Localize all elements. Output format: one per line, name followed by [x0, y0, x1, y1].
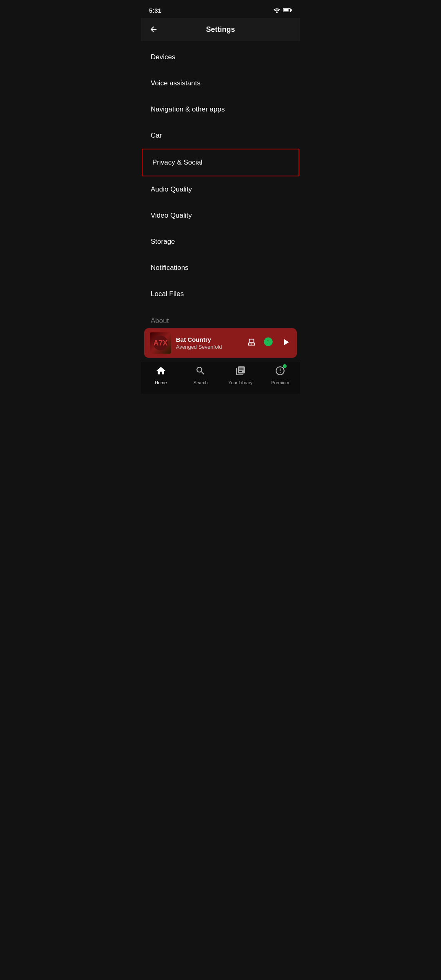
- now-playing-bar[interactable]: A7X Bat Country Avenged Sevenfold: [144, 328, 297, 358]
- battery-icon: [283, 8, 292, 13]
- settings-item-audio-quality[interactable]: Audio Quality: [141, 176, 300, 203]
- connect-devices-icon[interactable]: [247, 338, 256, 349]
- nav-library[interactable]: Your Library: [220, 365, 261, 385]
- premium-badge: [283, 364, 287, 368]
- settings-item-privacy-social[interactable]: Privacy & Social: [142, 149, 299, 176]
- settings-item-storage[interactable]: Storage: [141, 229, 300, 255]
- svg-point-6: [249, 343, 250, 344]
- library-icon: [235, 365, 246, 379]
- page-title: Settings: [149, 25, 292, 34]
- nav-premium[interactable]: Premium: [261, 365, 301, 385]
- svg-point-7: [251, 343, 252, 344]
- wifi-icon: [273, 8, 281, 13]
- now-playing-info: Bat Country Avenged Sevenfold: [176, 336, 247, 350]
- svg-text:A7X: A7X: [153, 339, 167, 347]
- settings-item-car[interactable]: Car: [141, 122, 300, 149]
- nav-search[interactable]: Search: [181, 365, 221, 385]
- nav-premium-label: Premium: [271, 380, 289, 385]
- playback-controls: [247, 337, 291, 350]
- play-button[interactable]: [281, 337, 291, 350]
- nav-search-label: Search: [194, 380, 208, 385]
- status-icons: [273, 8, 292, 13]
- nav-library-label: Your Library: [228, 380, 252, 385]
- search-icon: [195, 365, 206, 379]
- bottom-nav: Home Search Your Library Premium: [141, 361, 300, 394]
- settings-item-local-files[interactable]: Local Files: [141, 281, 300, 307]
- settings-item-video-quality[interactable]: Video Quality: [141, 203, 300, 229]
- track-artist: Avenged Sevenfold: [176, 344, 247, 350]
- settings-item-navigation-other-apps[interactable]: Navigation & other apps: [141, 96, 300, 122]
- liked-icon[interactable]: [263, 337, 273, 349]
- about-partial: About: [141, 310, 300, 325]
- svg-rect-2: [291, 9, 292, 11]
- settings-item-devices[interactable]: Devices: [141, 44, 300, 70]
- album-art: A7X: [150, 332, 171, 354]
- track-title: Bat Country: [176, 336, 247, 343]
- premium-icon: [275, 365, 285, 379]
- status-bar: 5:31: [141, 0, 300, 18]
- settings-item-notifications[interactable]: Notifications: [141, 255, 300, 281]
- svg-rect-3: [283, 9, 288, 11]
- nav-home[interactable]: Home: [141, 365, 181, 385]
- back-button[interactable]: [149, 25, 158, 34]
- settings-header: Settings: [141, 18, 300, 41]
- settings-item-voice-assistants[interactable]: Voice assistants: [141, 70, 300, 96]
- nav-home-label: Home: [155, 380, 167, 385]
- status-time: 5:31: [149, 7, 161, 14]
- home-icon: [156, 365, 166, 379]
- settings-list: DevicesVoice assistantsNavigation & othe…: [141, 41, 300, 310]
- svg-point-0: [276, 11, 278, 13]
